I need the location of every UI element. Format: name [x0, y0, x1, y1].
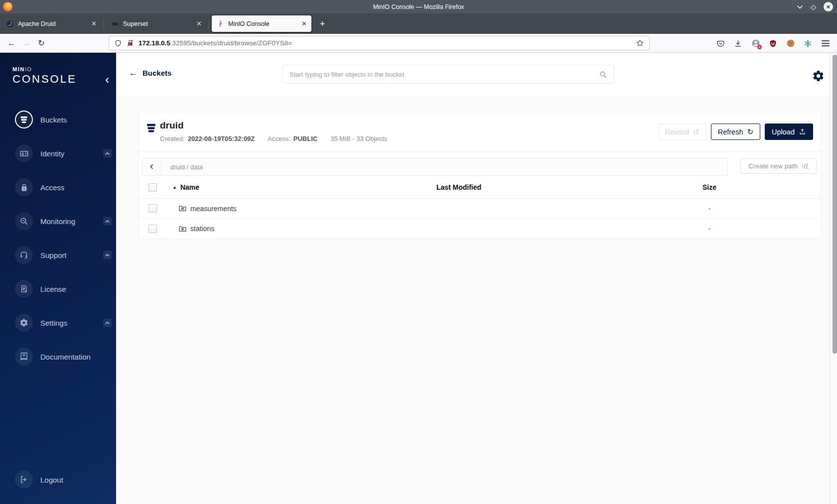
sidebar-item-identity[interactable]: Identity	[0, 144, 116, 162]
logout-button[interactable]: Logout	[0, 471, 116, 489]
reload-button[interactable]: ↻	[34, 38, 49, 48]
sidebar-item-access[interactable]: Access	[0, 178, 116, 196]
logout-label: Logout	[40, 476, 63, 484]
settings-gear-icon[interactable]	[812, 70, 825, 82]
back-button[interactable]: ←	[4, 39, 19, 48]
tab-superset[interactable]: ∞ Superset ✕	[107, 15, 206, 32]
sidebar-item-label: Identity	[40, 149, 64, 158]
back-arrow-icon: ←	[129, 69, 138, 77]
refresh-icon: ↻	[747, 128, 753, 135]
url-bar[interactable]: 172.18.0.5:32595/buckets/druid/browse/ZG…	[109, 36, 650, 50]
tab-label: Superset	[123, 20, 148, 27]
tab-minio-console[interactable]: MinIO Console ✕	[212, 15, 311, 32]
chevron-up-icon[interactable]	[103, 217, 112, 226]
object-name[interactable]: stations	[190, 225, 214, 233]
id-card-icon	[15, 144, 33, 162]
book-icon	[15, 348, 33, 366]
tab-strip: Apache Druid ✕ ∞ Superset ✕ MinIO Consol…	[0, 13, 837, 34]
url-host: 172.18.0.5	[139, 39, 170, 47]
tab-apache-druid[interactable]: Apache Druid ✕	[1, 15, 101, 32]
chevron-up-icon[interactable]	[103, 251, 112, 259]
logo-min: MIN	[12, 66, 25, 72]
object-size: -	[687, 205, 732, 213]
lock-icon	[15, 178, 33, 196]
folder-icon	[178, 225, 187, 233]
firefox-icon	[3, 2, 12, 11]
tab-separator	[104, 19, 104, 29]
asterisk-extension-icon[interactable]	[803, 39, 813, 48]
insecure-lock-icon[interactable]	[127, 39, 134, 47]
tab-close-icon[interactable]: ✕	[91, 20, 97, 27]
sidebar-item-license[interactable]: License	[0, 280, 116, 298]
tab-close-icon[interactable]: ✕	[196, 20, 202, 27]
table-row[interactable]: stations -	[139, 219, 821, 239]
rewind-button[interactable]: Rewind ↺	[658, 124, 706, 140]
scrollbar-thumb[interactable]	[833, 55, 837, 354]
object-name[interactable]: measurements	[190, 205, 237, 213]
bookmark-star-icon[interactable]	[636, 39, 644, 47]
window-controls: ◇ ×	[797, 0, 833, 13]
forward-button[interactable]: →	[19, 39, 34, 48]
sidebar-item-support[interactable]: Support	[0, 246, 116, 264]
breadcrumb-bar: ‹ druid / data	[142, 158, 728, 176]
folder-icon	[178, 204, 187, 213]
extension-account-icon[interactable]: ×	[751, 39, 760, 48]
bucket-meta: Created: 2022-08-19T05:32:09Z Access: PU…	[160, 135, 387, 142]
sidebar-logout: Logout	[0, 471, 116, 489]
refresh-button[interactable]: Refresh ↻	[711, 124, 760, 140]
objects-table: ▲ Name Last Modified Size measurements -	[139, 176, 821, 239]
bucket-icon	[15, 111, 33, 128]
monitor-search-icon	[15, 212, 33, 230]
create-new-path-button[interactable]: Create new path	[740, 158, 817, 174]
sidebar-collapse-icon[interactable]: ‹	[105, 74, 109, 86]
minimize-icon[interactable]	[797, 5, 803, 9]
select-all-checkbox[interactable]	[148, 183, 157, 192]
col-header-name[interactable]: Name	[180, 183, 199, 191]
upload-button[interactable]: Upload	[765, 124, 813, 140]
new-tab-button[interactable]: +	[314, 16, 330, 32]
tab-separator	[209, 19, 209, 29]
browser-toolbar: ← → ↻ 172.18.0.5:32595/buckets/druid/bro…	[0, 34, 837, 53]
col-header-size[interactable]: Size	[687, 183, 732, 191]
buckets-back-link[interactable]: ← Buckets	[129, 69, 171, 77]
col-header-modified[interactable]: Last Modified	[397, 183, 521, 191]
ublock-origin-icon[interactable]	[768, 39, 778, 48]
sidebar-item-buckets[interactable]: Buckets	[0, 111, 116, 128]
menu-hamburger-icon[interactable]	[821, 39, 830, 48]
browse-toolbar: ‹ druid / data Create new path	[139, 152, 821, 176]
gear-icon	[15, 314, 33, 332]
create-path-label: Create new path	[748, 162, 798, 170]
headset-icon	[15, 246, 33, 264]
sidebar-item-settings[interactable]: Settings	[0, 314, 116, 332]
bucket-actions: Rewind ↺ Refresh ↻ Upload	[658, 124, 813, 140]
cookie-extension-icon[interactable]	[786, 39, 795, 48]
chevron-up-icon[interactable]	[103, 149, 112, 158]
object-filter-box	[282, 65, 614, 84]
sidebar-item-documentation[interactable]: Documentation	[0, 348, 116, 366]
downloads-icon[interactable]	[733, 39, 743, 48]
sidebar-item-monitoring[interactable]: Monitoring	[0, 212, 116, 230]
table-row[interactable]: measurements -	[139, 199, 821, 219]
row-checkbox[interactable]	[148, 225, 157, 233]
object-filter-input[interactable]	[289, 71, 599, 78]
tab-close-icon[interactable]: ✕	[301, 20, 307, 27]
breadcrumb-path[interactable]: druid / data	[170, 163, 203, 171]
sort-ascending-icon[interactable]: ▲	[172, 185, 177, 190]
bucket-info: druid Created: 2022-08-19T05:32:09Z Acce…	[139, 112, 821, 152]
shield-icon[interactable]	[114, 39, 122, 47]
url-path: :32595/buckets/druid/browse/ZGF0YS8=	[170, 39, 292, 47]
chevron-up-icon[interactable]	[103, 319, 112, 327]
pocket-icon[interactable]	[716, 39, 725, 48]
path-back-chevron[interactable]: ‹	[142, 158, 161, 175]
close-window-icon[interactable]: ×	[824, 2, 833, 11]
maximize-icon[interactable]: ◇	[811, 3, 816, 10]
window-titlebar: MinIO Console — Mozilla Firefox ◇ ×	[0, 0, 837, 13]
page-scrollbar[interactable]	[830, 53, 837, 504]
extension-error-badge: ×	[757, 45, 762, 49]
new-path-icon	[802, 162, 809, 170]
url-text[interactable]: 172.18.0.5:32595/buckets/druid/browse/ZG…	[139, 39, 292, 47]
bucket-name: druid	[160, 120, 184, 131]
page-header: ← Buckets	[116, 53, 830, 96]
rewind-icon: ↺	[693, 128, 699, 135]
row-checkbox[interactable]	[148, 204, 157, 213]
